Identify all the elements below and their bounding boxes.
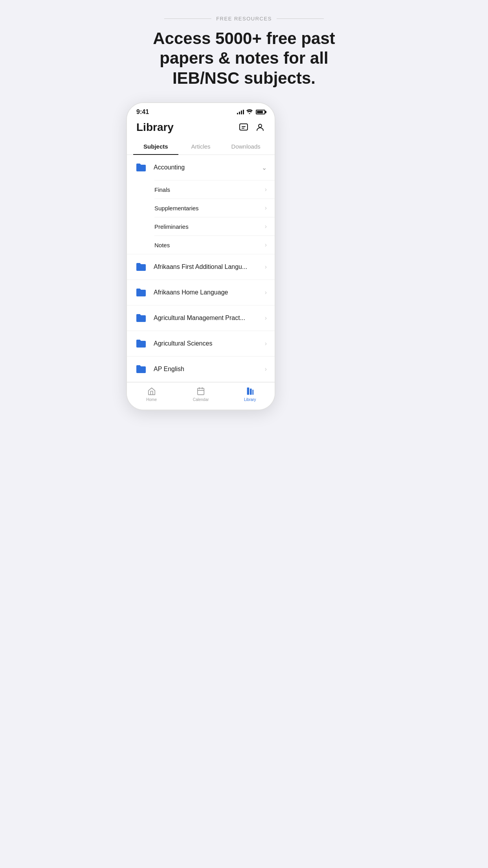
app-header-icons	[238, 122, 265, 132]
svg-rect-3	[198, 388, 204, 395]
chevron-right-icon: ›	[265, 241, 267, 248]
home-icon	[147, 386, 156, 396]
page-container: FREE RESOURCES Access 5000+ free past pa…	[126, 16, 362, 410]
tab-articles[interactable]: Articles	[178, 138, 224, 154]
chevron-right-icon: ›	[265, 366, 267, 373]
svg-rect-4	[247, 388, 250, 395]
chevron-right-icon: ›	[265, 314, 267, 322]
tab-bar-library-label: Library	[244, 397, 256, 402]
subject-afrikaans-fal-row[interactable]: Afrikaans First Additional Langu... ›	[127, 254, 275, 280]
status-icons	[237, 109, 265, 115]
chevron-right-icon: ›	[265, 223, 267, 230]
sub-item-name-finals: Finals	[154, 186, 170, 193]
chevron-right-icon: ›	[265, 340, 267, 347]
subject-name-afrikaans-hl: Afrikaans Home Language	[154, 289, 259, 296]
folder-icon	[135, 337, 147, 350]
tab-bar: Home Calendar	[127, 382, 275, 410]
accounting-sub-items: Finals › Supplementaries › Preliminaries…	[127, 180, 275, 254]
subject-name-afrikaans-fal: Afrikaans First Additional Langu...	[154, 263, 259, 270]
message-icon[interactable]	[238, 122, 249, 132]
profile-icon[interactable]	[255, 122, 265, 132]
hero-title: Access 5000+ free past papers & notes fo…	[126, 29, 362, 88]
chevron-right-icon: ›	[265, 204, 267, 211]
subject-name-accounting: Accounting	[154, 164, 255, 171]
sub-item-preliminaries[interactable]: Preliminaries ›	[154, 217, 275, 235]
sub-item-supplementaries[interactable]: Supplementaries ›	[154, 199, 275, 217]
tab-bar-calendar-label: Calendar	[193, 397, 209, 402]
subject-name-agri-sciences: Agricultural Sciences	[154, 340, 259, 347]
wifi-icon	[246, 109, 253, 115]
subject-name-agri-management: Agricultural Management Pract...	[154, 314, 259, 322]
chevron-right-icon: ›	[265, 263, 267, 270]
sub-item-name-preliminaries: Preliminaries	[154, 223, 189, 230]
folder-icon	[135, 363, 147, 375]
tab-downloads[interactable]: Downloads	[223, 138, 268, 154]
folder-icon	[135, 312, 147, 324]
status-time: 9:41	[136, 108, 149, 116]
sub-item-notes[interactable]: Notes ›	[154, 235, 275, 254]
tab-bar-library[interactable]: Library	[226, 386, 275, 402]
library-icon	[245, 386, 255, 396]
sub-item-finals[interactable]: Finals ›	[154, 180, 275, 199]
chevron-right-icon: ›	[265, 289, 267, 296]
subject-afrikaans-fal: Afrikaans First Additional Langu... ›	[127, 254, 275, 280]
subject-agri-sciences: Agricultural Sciences ›	[127, 331, 275, 357]
calendar-icon	[196, 386, 205, 396]
subject-accounting-row[interactable]: Accounting ⌄	[127, 155, 275, 180]
sub-item-name-notes: Notes	[154, 242, 170, 248]
subject-afrikaans-hl-row[interactable]: Afrikaans Home Language ›	[127, 280, 275, 305]
page-header: FREE RESOURCES Access 5000+ free past pa…	[126, 16, 362, 88]
tab-bar-home[interactable]: Home	[127, 386, 176, 402]
app-header: Library	[127, 118, 275, 138]
svg-rect-6	[253, 390, 254, 395]
battery-icon	[256, 110, 265, 114]
subject-accounting: Accounting ⌄ Finals › Supplementaries › …	[127, 155, 275, 254]
svg-point-2	[259, 124, 262, 127]
tab-bar-home-label: Home	[146, 397, 157, 402]
subject-agri-management: Agricultural Management Pract... ›	[127, 305, 275, 331]
folder-icon	[135, 161, 147, 174]
subject-ap-english: AP English ›	[127, 357, 275, 382]
folder-icon	[135, 286, 147, 299]
svg-rect-5	[250, 389, 252, 395]
section-label: FREE RESOURCES	[126, 16, 362, 22]
subject-name-ap-english: AP English	[154, 366, 259, 373]
tab-bar-calendar[interactable]: Calendar	[176, 386, 225, 402]
signal-icon	[237, 110, 244, 114]
chevron-right-icon: ›	[265, 186, 267, 193]
status-bar: 9:41	[127, 103, 275, 118]
sub-item-name-supplementaries: Supplementaries	[154, 205, 199, 211]
app-title: Library	[136, 121, 174, 134]
subject-agri-sciences-row[interactable]: Agricultural Sciences ›	[127, 331, 275, 356]
svg-point-0	[249, 113, 250, 114]
subject-afrikaans-hl: Afrikaans Home Language ›	[127, 280, 275, 305]
subject-ap-english-row[interactable]: AP English ›	[127, 357, 275, 382]
phone-mockup: 9:41	[126, 102, 275, 410]
tab-subjects[interactable]: Subjects	[133, 138, 178, 154]
chevron-up-icon: ⌄	[262, 164, 267, 171]
subject-agri-management-row[interactable]: Agricultural Management Pract... ›	[127, 305, 275, 331]
subject-list: Accounting ⌄ Finals › Supplementaries › …	[127, 155, 275, 382]
tabs-bar: Subjects Articles Downloads	[127, 138, 275, 155]
folder-icon	[135, 261, 147, 273]
